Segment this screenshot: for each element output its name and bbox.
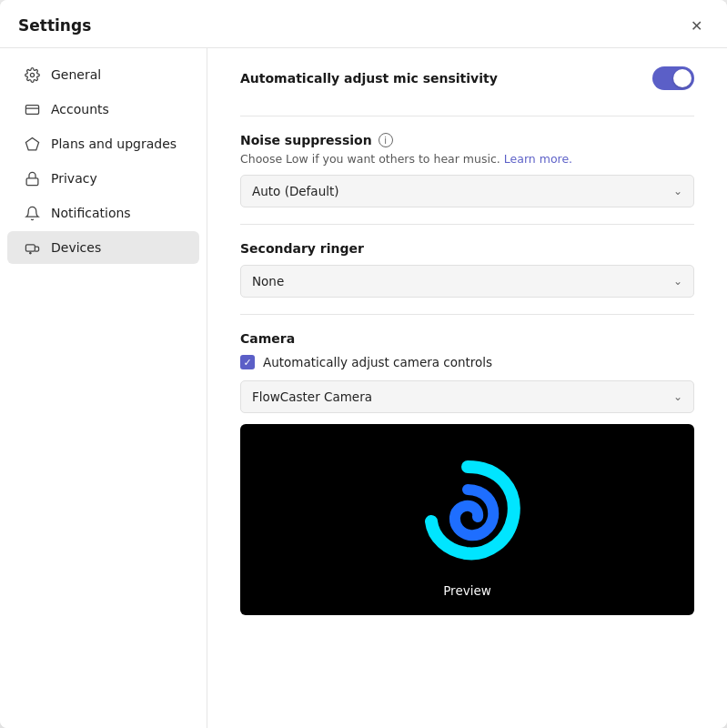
flowcaster-logo-svg [413, 458, 522, 567]
lock-icon [24, 170, 40, 187]
divider-3 [240, 314, 694, 315]
noise-dropdown-value: Auto (Default) [252, 184, 339, 198]
noise-hint-text: Choose Low if you want others to hear mu… [240, 152, 694, 166]
secondary-ringer-dropdown[interactable]: None ⌄ [240, 265, 694, 298]
chevron-down-icon-3: ⌄ [673, 390, 682, 403]
auto-mic-row: Automatically adjust mic sensitivity [240, 57, 694, 99]
accounts-icon [24, 101, 40, 117]
svg-point-0 [30, 73, 34, 76]
camera-preview: Preview [240, 424, 694, 615]
noise-info-icon[interactable]: i [379, 133, 393, 147]
camera-title: Camera [240, 331, 694, 346]
sidebar-item-devices[interactable]: Devices [7, 231, 199, 264]
svg-rect-4 [26, 177, 38, 185]
sidebar-item-notifications[interactable]: Notifications [7, 197, 199, 229]
sidebar-label-notifications: Notifications [51, 206, 131, 220]
sidebar-label-devices: Devices [51, 240, 101, 255]
ringer-dropdown-value: None [252, 274, 284, 288]
diamond-icon [24, 136, 40, 152]
svg-rect-5 [25, 244, 35, 250]
divider-2 [240, 224, 694, 225]
scroll-area: Automatically adjust mic sensitivity Noi… [240, 48, 694, 615]
svg-marker-3 [25, 137, 38, 149]
sidebar-label-general: General [51, 67, 101, 82]
auto-mic-toggle[interactable] [652, 66, 694, 90]
checkmark-icon: ✓ [243, 358, 251, 368]
svg-point-6 [29, 252, 30, 253]
content-area: General Accounts Plans [0, 48, 727, 728]
camera-checkbox-label: Automatically adjust camera controls [263, 355, 492, 369]
sidebar-item-accounts[interactable]: Accounts [7, 93, 199, 126]
noise-title-row: Noise suppression i [240, 133, 694, 147]
secondary-ringer-title: Secondary ringer [240, 241, 694, 256]
sidebar-item-privacy[interactable]: Privacy [7, 162, 199, 195]
window-title: Settings [18, 16, 91, 35]
camera-checkbox[interactable]: ✓ [240, 355, 255, 369]
camera-preview-label: Preview [443, 583, 491, 598]
camera-section: Camera ✓ Automatically adjust camera con… [240, 331, 694, 615]
main-content: Automatically adjust mic sensitivity Noi… [207, 48, 727, 728]
chevron-down-icon: ⌄ [673, 185, 682, 197]
sidebar-item-general[interactable]: General [7, 58, 199, 91]
sidebar-label-privacy: Privacy [51, 171, 97, 186]
noise-suppression-dropdown[interactable]: Auto (Default) ⌄ [240, 175, 694, 207]
camera-dropdown[interactable]: FlowCaster Camera ⌄ [240, 380, 694, 413]
sidebar-label-accounts: Accounts [51, 102, 109, 116]
learn-more-link[interactable]: Learn more. [504, 152, 572, 166]
gear-icon [24, 66, 40, 83]
chevron-down-icon-2: ⌄ [673, 275, 682, 288]
svg-rect-1 [25, 105, 38, 114]
settings-window: Settings ✕ General [0, 0, 727, 728]
camera-dropdown-value: FlowCaster Camera [252, 389, 372, 404]
flowcaster-logo-area [413, 430, 522, 574]
bell-icon [24, 205, 40, 221]
toggle-knob [673, 69, 692, 87]
noise-suppression-title: Noise suppression [240, 133, 372, 147]
sidebar-item-plans[interactable]: Plans and upgrades [7, 127, 199, 160]
sidebar-label-plans: Plans and upgrades [51, 136, 177, 151]
secondary-ringer-section: Secondary ringer None ⌄ [240, 241, 694, 298]
camera-checkbox-row: ✓ Automatically adjust camera controls [240, 355, 694, 369]
sidebar: General Accounts Plans [0, 48, 207, 728]
close-button[interactable]: ✕ [683, 13, 709, 38]
divider-1 [240, 116, 694, 116]
title-bar: Settings ✕ [0, 0, 727, 48]
devices-icon [24, 239, 40, 256]
auto-mic-label: Automatically adjust mic sensitivity [240, 71, 498, 86]
noise-suppression-section: Noise suppression i Choose Low if you wa… [240, 133, 694, 207]
